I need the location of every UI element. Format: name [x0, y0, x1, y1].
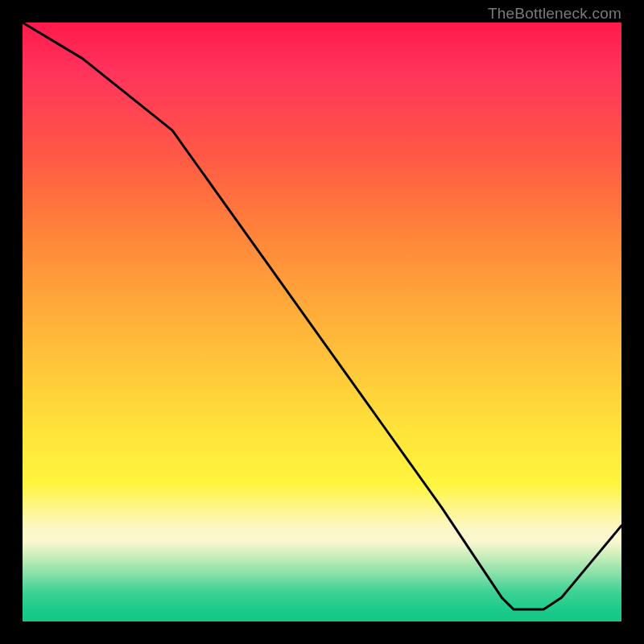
chart-frame: TheBottleneck.com [0, 0, 644, 644]
plot-area [23, 23, 621, 621]
series-curve [23, 23, 621, 609]
watermark-text: TheBottleneck.com [488, 5, 621, 23]
line-layer [23, 23, 621, 621]
